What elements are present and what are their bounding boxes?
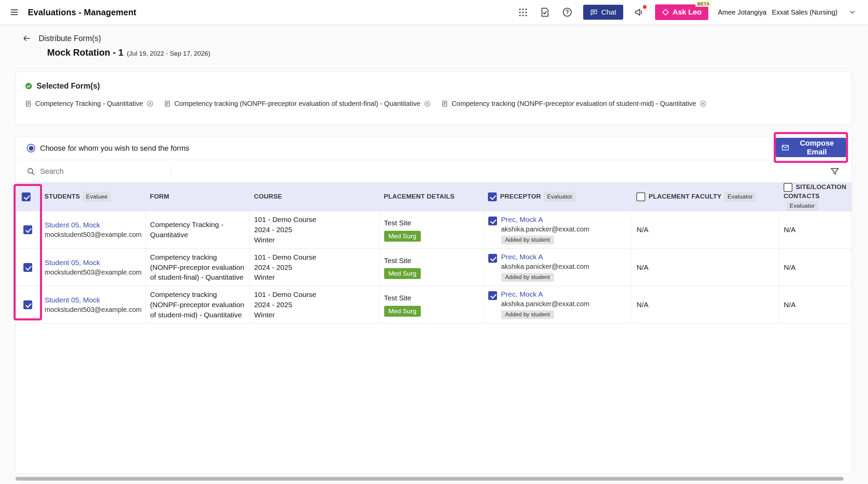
form-name: Competency tracking (NONPF-preceptor eva…	[150, 252, 244, 282]
preceptor-email: akshika.panicker@exxat.com	[501, 300, 589, 308]
header-placement-faculty: PLACEMENT FACULTY	[649, 193, 722, 200]
chevron-down-icon[interactable]	[847, 7, 858, 18]
form-chip: Competency tracking (NONPF-preceptor eva…	[164, 100, 431, 108]
beta-badge: BETA	[695, 1, 712, 7]
search-icon	[26, 167, 35, 176]
row-checkbox[interactable]	[23, 263, 32, 272]
evaluator-badge: Evaluator	[544, 192, 576, 202]
form-chip: Competency tracking (NONPF-preceptor eva…	[441, 100, 707, 108]
form-chip-label: Competency Tracking - Quantitative	[35, 100, 143, 108]
rotation-heading: Mock Rotation - 1(Jul 19, 2022 - Sep 17,…	[47, 47, 852, 59]
placement-faculty-value: N/A	[637, 225, 774, 235]
header-placement-details: PLACEMENT DETAILS	[384, 193, 454, 200]
select-all-students-checkbox[interactable]	[22, 192, 31, 201]
recipients-card: Compose Email Choose for whom you wish t…	[16, 136, 852, 474]
placement-site: Test Site	[384, 256, 478, 266]
preceptor-link[interactable]: Prec, Mock A	[501, 216, 543, 223]
unit-badge: Med Surg	[384, 306, 421, 317]
rotation-dates: (Jul 19, 2022 - Sep 17, 2026)	[127, 50, 210, 57]
preceptor-link[interactable]: Prec, Mock A	[501, 253, 543, 261]
course-term: Winter	[254, 235, 374, 245]
site-contacts-value: N/A	[784, 262, 847, 273]
preceptor-checkbox[interactable]	[488, 217, 497, 225]
recipients-radio-label: Choose for whom you wish to send the for…	[40, 144, 189, 153]
back-arrow-icon[interactable]	[21, 33, 33, 44]
page-title: Evaluations - Management	[28, 7, 136, 17]
placement-site: Test Site	[384, 293, 478, 303]
row-checkbox[interactable]	[23, 225, 32, 234]
chat-icon	[590, 8, 598, 16]
form-chip-label: Competency tracking (NONPF-preceptor eva…	[174, 100, 420, 108]
evaluator-badge: Evaluator	[786, 201, 818, 211]
student-link[interactable]: Student 05, Mock	[45, 296, 100, 304]
added-by-student-tag: Added by student	[501, 236, 554, 244]
svg-text:?: ?	[566, 9, 569, 15]
preceptor-email: akshika.panicker@exxat.com	[501, 225, 589, 233]
form-doc-icon	[164, 100, 171, 107]
form-check-icon[interactable]	[538, 6, 551, 19]
student-link[interactable]: Student 05, Mock	[45, 221, 100, 229]
user-name: Amee Jotangiya	[718, 8, 766, 16]
remove-form-icon[interactable]	[699, 100, 707, 107]
unit-badge: Med Surg	[384, 231, 421, 242]
filter-icon[interactable]	[828, 165, 841, 178]
envelope-icon	[781, 144, 789, 152]
search-input[interactable]	[40, 167, 162, 176]
remove-form-icon[interactable]	[146, 100, 154, 107]
compose-email-button[interactable]: Compose Email	[776, 138, 846, 157]
placement-site: Test Site	[384, 218, 478, 228]
annotation-box-compose: Compose Email	[774, 132, 848, 163]
placement-faculty-value: N/A	[637, 262, 774, 273]
course-year: 2024 - 2025	[254, 262, 374, 273]
form-chip-label: Competency tracking (NONPF-preceptor eva…	[452, 100, 696, 108]
preceptor-email: akshika.panicker@exxat.com	[501, 263, 589, 271]
form-doc-icon	[441, 100, 448, 107]
user-org: Exxat Sales (Nursing)	[772, 8, 837, 16]
row-checkbox[interactable]	[23, 300, 32, 309]
recipients-table: STUDENTSEvaluee FORM COURSE PLACEMENT DE…	[16, 183, 851, 324]
added-by-student-tag: Added by student	[501, 273, 554, 282]
chat-button[interactable]: Chat	[583, 5, 623, 20]
hamburger-menu-icon[interactable]	[8, 6, 20, 18]
form-chip: Competency Tracking - Quantitative	[25, 100, 154, 108]
remove-form-icon[interactable]	[424, 100, 431, 107]
form-doc-icon	[25, 100, 32, 107]
selected-forms-heading: Selected Form(s)	[37, 81, 100, 91]
student-email: mockstudent503@example.com	[45, 306, 140, 314]
topbar: Evaluations - Management ? Chat A	[0, 0, 868, 24]
header-students: STUDENTS	[44, 193, 80, 200]
unit-badge: Med Surg	[384, 268, 421, 279]
placement-faculty-value: N/A	[637, 300, 774, 310]
student-email: mockstudent503@example.com	[45, 268, 140, 276]
main-content: Distribute Form(s) Mock Rotation - 1(Jul…	[0, 24, 868, 474]
search-divider	[171, 164, 171, 178]
select-all-site-contacts-checkbox[interactable]	[784, 183, 792, 192]
site-contacts-value: N/A	[784, 225, 847, 235]
course-term: Winter	[254, 272, 374, 282]
notification-dot	[643, 5, 647, 9]
course-name: 101 - Demo Course	[254, 290, 374, 300]
horizontal-scrollbar[interactable]	[16, 477, 844, 481]
rotation-title: Mock Rotation - 1	[47, 48, 123, 58]
selected-forms-card: Selected Form(s) Competency Tracking - Q…	[16, 72, 852, 125]
preceptor-checkbox[interactable]	[488, 291, 497, 300]
help-icon[interactable]: ?	[561, 6, 574, 19]
table-row: Student 05, Mock mockstudent503@example.…	[16, 248, 851, 286]
recipients-radio[interactable]	[27, 144, 35, 152]
chat-label: Chat	[601, 8, 616, 16]
evaluee-badge: Evaluee	[83, 192, 111, 202]
breadcrumb: Distribute Form(s)	[39, 34, 101, 43]
ask-leo-label: Ask Leo	[673, 8, 702, 17]
site-contacts-value: N/A	[784, 300, 847, 310]
apps-grid-icon[interactable]	[517, 6, 529, 18]
select-all-faculty-checkbox[interactable]	[636, 192, 645, 201]
select-all-preceptors-checkbox[interactable]	[488, 192, 497, 201]
student-link[interactable]: Student 05, Mock	[45, 259, 100, 266]
preceptor-checkbox[interactable]	[488, 254, 497, 263]
form-name: Competency tracking (NONPF-preceptor eva…	[150, 290, 244, 320]
ask-leo-button[interactable]: Ask Leo BETA	[655, 4, 709, 20]
course-year: 2024 - 2025	[254, 225, 374, 235]
preceptor-link[interactable]: Prec, Mock A	[501, 290, 543, 298]
table-header-row: STUDENTSEvaluee FORM COURSE PLACEMENT DE…	[16, 183, 851, 211]
header-form: FORM	[150, 193, 169, 200]
